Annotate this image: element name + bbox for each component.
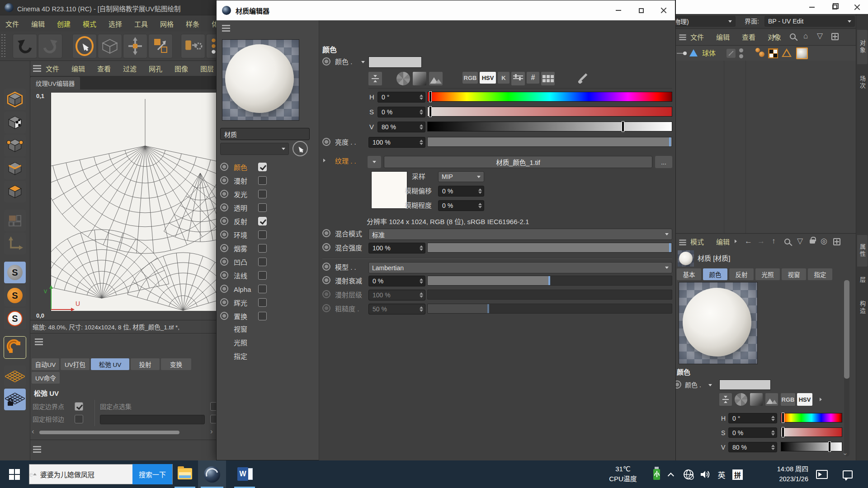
- pointsel-checkbox[interactable]: [210, 402, 216, 411]
- pointsel-checkbox-2[interactable]: [210, 415, 216, 423]
- channel-radio[interactable]: [220, 312, 228, 320]
- om-home-icon[interactable]: ⌂: [803, 32, 808, 41]
- uv-grid-lock-icon[interactable]: [4, 389, 26, 410]
- am-back-icon[interactable]: ←: [745, 237, 752, 246]
- mix-strength-slider[interactable]: [427, 243, 672, 253]
- am-filter-icon[interactable]: ▽: [797, 237, 803, 246]
- uv-polygons-mode-icon[interactable]: [4, 210, 26, 231]
- channel-checkbox[interactable]: [258, 176, 267, 185]
- channel-row-辉光[interactable]: 辉光: [217, 297, 316, 310]
- menu-工具[interactable]: 工具: [134, 19, 148, 28]
- om-filter-icon[interactable]: ▽: [817, 32, 823, 41]
- uv-tab-变换[interactable]: 变换: [161, 358, 191, 370]
- network-globe-icon[interactable]: [683, 469, 694, 480]
- explorer-taskbar-icon[interactable]: [177, 467, 193, 480]
- am-more-icon[interactable]: [735, 239, 737, 243]
- menu-文件[interactable]: 文件: [690, 32, 704, 42]
- tray-expand-icon[interactable]: [668, 471, 675, 479]
- channel-checkbox[interactable]: [258, 190, 267, 198]
- model-dropdown[interactable]: Lambertian: [368, 262, 672, 273]
- am-compress-icon[interactable]: [719, 393, 732, 406]
- uv-canvas[interactable]: [51, 93, 216, 311]
- channel-row-反射[interactable]: 反射: [217, 216, 316, 228]
- menu-查看[interactable]: 查看: [742, 32, 755, 42]
- menu-图层[interactable]: 图层: [200, 64, 214, 73]
- material-sphere-gray-icon[interactable]: S: [4, 262, 26, 283]
- page-link-光照[interactable]: 光照: [234, 338, 247, 348]
- menu-样条[interactable]: 样条: [186, 19, 199, 28]
- notification-icon[interactable]: [842, 469, 854, 479]
- mix-strength-input[interactable]: 100 %: [368, 243, 425, 253]
- material-preview[interactable]: [222, 39, 299, 121]
- channel-radio[interactable]: [220, 230, 228, 239]
- channel-checkbox[interactable]: [258, 244, 267, 253]
- page-link-视窗[interactable]: 视窗: [234, 324, 247, 335]
- channel-row-Alpha[interactable]: Alpha: [217, 283, 316, 296]
- undo-button[interactable]: [13, 34, 37, 58]
- color-swatch[interactable]: [368, 56, 422, 68]
- hsv-mode-button[interactable]: HSV: [480, 72, 496, 84]
- pin-border-checkbox[interactable]: [75, 402, 83, 411]
- am-tab-指定[interactable]: 指定: [808, 268, 832, 280]
- falloff-input[interactable]: 0 %: [368, 276, 425, 286]
- hue-bar[interactable]: [427, 92, 672, 102]
- axis-mode-icon[interactable]: [4, 233, 26, 254]
- uv-tab-松弛 UV[interactable]: 松弛 UV: [91, 358, 129, 370]
- brightness-slider[interactable]: [427, 137, 672, 147]
- channel-radio[interactable]: [220, 217, 228, 225]
- uv-bottom-hamburger-icon[interactable]: [33, 446, 41, 447]
- am-more-modes-icon[interactable]: [820, 398, 822, 401]
- am-rgb-button[interactable]: RGB: [781, 393, 795, 406]
- menu-编辑[interactable]: 编辑: [71, 64, 85, 73]
- dot-toggle-bottom[interactable]: [739, 54, 743, 58]
- os-close-button[interactable]: [846, 0, 868, 14]
- channel-row-凹凸[interactable]: 凹凸: [217, 256, 316, 269]
- channel-radio[interactable]: [220, 244, 228, 252]
- video-popup-icon[interactable]: [816, 469, 828, 479]
- menu-图像[interactable]: 图像: [175, 64, 188, 73]
- hue-input[interactable]: 0 °: [377, 92, 425, 103]
- am-color-expand-icon[interactable]: [708, 384, 712, 386]
- pointsel-input[interactable]: [100, 415, 205, 424]
- modeling-cube-tool[interactable]: [98, 34, 122, 58]
- channel-checkbox[interactable]: [258, 230, 267, 239]
- blur-scale-input[interactable]: 0 %: [438, 200, 484, 211]
- menu-模式[interactable]: 模式: [83, 19, 96, 28]
- channel-radio[interactable]: [220, 190, 228, 198]
- object-name[interactable]: 球体: [702, 48, 716, 59]
- texture-expander-icon[interactable]: [323, 159, 326, 162]
- renderer-dropdown[interactable]: 标准/物理): [675, 16, 736, 27]
- deformer-dots-icon[interactable]: [755, 48, 764, 57]
- compress-icon[interactable]: [368, 72, 382, 85]
- scroll-right-icon[interactable]: ›: [210, 427, 213, 436]
- k-mode-button[interactable]: K: [498, 72, 509, 84]
- mix-mode-dropdown[interactable]: 标准: [368, 229, 672, 240]
- tab-attributes-vertical[interactable]: 属性: [857, 235, 868, 267]
- points-mode-icon[interactable]: [4, 135, 26, 156]
- val-bar[interactable]: [427, 122, 672, 131]
- om-hamburger-icon[interactable]: [679, 34, 686, 36]
- brightness-radio[interactable]: [322, 138, 330, 146]
- os-minimize-button[interactable]: [801, 0, 823, 14]
- am-hsv-button[interactable]: HSV: [797, 393, 812, 406]
- roughness-radio[interactable]: [322, 304, 330, 312]
- channel-row-透明[interactable]: 透明: [217, 202, 316, 215]
- ime-indicator[interactable]: 拼: [732, 469, 743, 480]
- model-mode-icon[interactable]: [4, 89, 26, 110]
- texture-browse-button[interactable]: ...: [655, 156, 672, 168]
- menu-编辑[interactable]: 编辑: [716, 32, 730, 42]
- channel-radio[interactable]: [220, 285, 228, 293]
- scroll-left-icon[interactable]: ‹: [32, 427, 34, 436]
- menu-模式[interactable]: 模式: [690, 237, 704, 246]
- edges-mode-icon[interactable]: [4, 158, 26, 179]
- uv-tools-hamburger-icon[interactable]: [35, 338, 43, 340]
- uv-tab-自动UV[interactable]: 自动UV: [32, 358, 59, 370]
- am-target-icon[interactable]: ◎: [821, 237, 827, 246]
- visibility-toggle-icon[interactable]: [726, 49, 736, 58]
- move-tool[interactable]: [123, 34, 147, 58]
- channel-radio[interactable]: [220, 163, 228, 171]
- interface-dropdown[interactable]: BP - UV Edit: [764, 16, 855, 27]
- am-hamburger-icon[interactable]: [679, 239, 686, 241]
- channel-row-烟雾[interactable]: 烟雾: [217, 243, 316, 255]
- menu-编辑[interactable]: 编辑: [31, 19, 45, 28]
